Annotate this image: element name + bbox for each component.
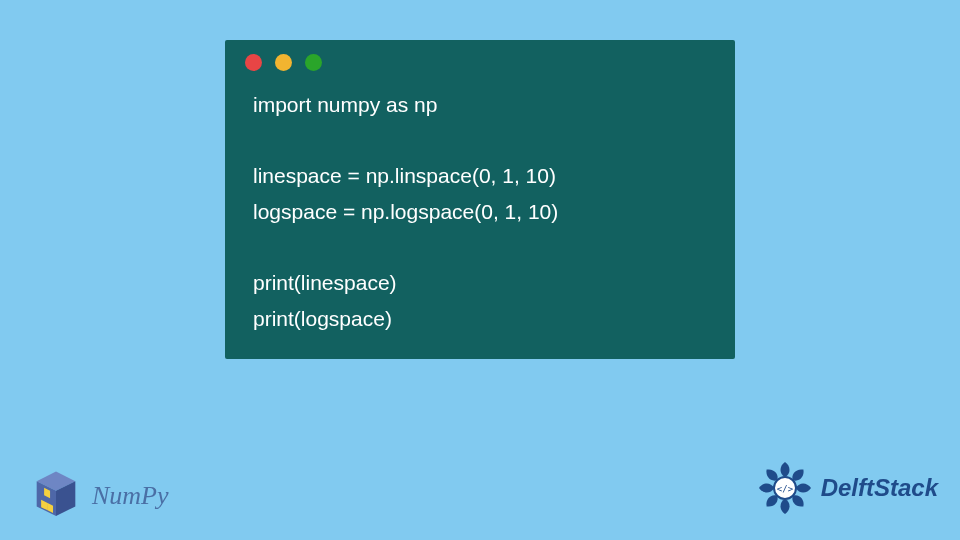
- code-block: import numpy as np linespace = np.linspa…: [225, 81, 735, 337]
- svg-text:</>: </>: [776, 484, 793, 494]
- delftstack-badge: </> DelftStack: [755, 458, 938, 518]
- numpy-label: NumPy: [92, 481, 169, 511]
- window-dot-close-icon: [245, 54, 262, 71]
- window-titlebar: [225, 40, 735, 81]
- numpy-badge: NumPy: [30, 470, 169, 522]
- code-window: import numpy as np linespace = np.linspa…: [225, 40, 735, 359]
- window-dot-minimize-icon: [275, 54, 292, 71]
- window-dot-maximize-icon: [305, 54, 322, 71]
- numpy-logo-icon: [30, 470, 82, 522]
- delftstack-logo-icon: </>: [755, 458, 815, 518]
- delftstack-label: DelftStack: [821, 474, 938, 502]
